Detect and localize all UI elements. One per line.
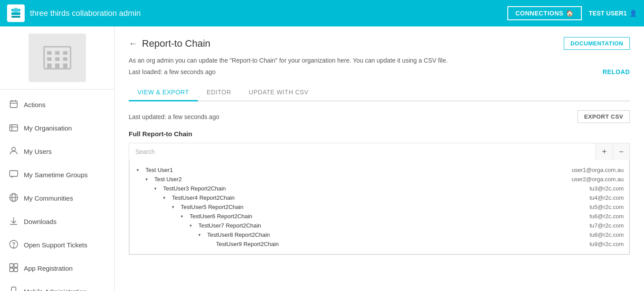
- tree-row[interactable]: ▾ TestUser4 Report2Chain tu4@r2c.com: [130, 193, 629, 202]
- svg-point-21: [12, 147, 15, 151]
- svg-rect-8: [47, 57, 52, 61]
- last-updated-text: Last updated: a few seconds ago: [129, 113, 219, 120]
- documentation-button[interactable]: DOCUMENTATION: [564, 37, 630, 50]
- sidebar-item-open-support-tickets[interactable]: Open Support Tickets: [0, 233, 114, 257]
- svg-marker-3: [11, 7, 21, 13]
- tree-row-left: ▾ Test User1: [135, 167, 173, 173]
- tree-label: TestUser6 Report2Chain: [190, 213, 252, 220]
- chat-icon: [9, 169, 19, 180]
- content-area: ← Report-to Chain DOCUMENTATION As an or…: [115, 26, 644, 291]
- sidebar-item-my-communities[interactable]: My Communities: [0, 187, 114, 210]
- tree-row[interactable]: ▾ TestUser6 Report2Chain tu6@r2c.com: [130, 212, 629, 221]
- expand-button[interactable]: +: [596, 143, 613, 160]
- tree-email: tu8@r2c.com: [590, 231, 624, 238]
- tree-label: TestUser9 Report2Chain: [216, 241, 279, 247]
- page-description: As an org admin you can update the "Repo…: [129, 57, 630, 64]
- calendar-icon: [9, 99, 19, 110]
- tree-row-left: ▾ TestUser7 Report2Chain: [135, 222, 261, 229]
- tree-email: tu5@r2c.com: [590, 204, 624, 210]
- svg-rect-6: [55, 51, 60, 55]
- sidebar-logo-area: [0, 26, 114, 90]
- sidebar-label-my-users: My Users: [24, 148, 52, 155]
- globe-icon: [9, 193, 19, 204]
- tree-row-left: ▾ Test User2: [135, 176, 182, 183]
- tree-chevron: ▾: [137, 168, 142, 172]
- tree-chevron: ▾: [172, 205, 177, 209]
- tree-chevron: ▾: [145, 177, 151, 182]
- sidebar-label-downloads: Downloads: [24, 218, 56, 225]
- search-area: + − ▾ Test User1 user1@orga.com.au: [129, 143, 630, 255]
- sidebar-item-downloads[interactable]: Downloads: [0, 210, 114, 233]
- svg-rect-31: [10, 268, 13, 272]
- tree-label: TestUser4 Report2Chain: [172, 194, 235, 201]
- tab-editor[interactable]: EDITOR: [198, 84, 240, 101]
- app-logo: [7, 4, 25, 22]
- tree-email: tu4@r2c.com: [590, 194, 624, 201]
- sidebar-label-open-support-tickets: Open Support Tickets: [24, 241, 87, 249]
- search-controls: + −: [596, 143, 629, 160]
- tree-row-left: ▾ TestUser3 Report2Chain: [135, 185, 226, 192]
- sidebar-item-my-users[interactable]: My Users: [0, 140, 114, 163]
- last-updated-row: Last updated: a few seconds ago EXPORT C…: [129, 110, 630, 123]
- tree-email: tu9@r2c.com: [590, 241, 624, 247]
- tree-row[interactable]: ▾ Test User2 user2@orga.com.au: [130, 175, 629, 184]
- tree-chevron: ▾: [163, 195, 168, 200]
- svg-rect-2: [11, 16, 20, 18]
- sidebar-label-app-registration: App Registration: [24, 265, 73, 272]
- help-icon: [9, 239, 19, 250]
- sidebar-item-my-organisation[interactable]: My Organisation: [0, 116, 114, 140]
- sidebar: Actions My Organisation: [0, 26, 115, 291]
- sidebar-label-my-sametime-groups: My Sametime Groups: [24, 171, 88, 179]
- sidebar-label-actions: Actions: [24, 101, 45, 108]
- search-input[interactable]: [129, 144, 596, 160]
- tab-update-with-csv[interactable]: UPDATE WITH CSV: [240, 84, 317, 101]
- svg-rect-13: [63, 63, 67, 69]
- export-csv-button[interactable]: EXPORT CSV: [577, 110, 630, 123]
- page-header: ← Report-to Chain DOCUMENTATION: [129, 37, 630, 50]
- page-header-left: ← Report-to Chain: [129, 38, 210, 49]
- sidebar-item-app-registration[interactable]: App Registration: [0, 257, 114, 280]
- sidebar-item-my-sametime-groups[interactable]: My Sametime Groups: [0, 163, 114, 187]
- tree-row[interactable]: ▾ TestUser5 Report2Chain tu5@r2c.com: [130, 202, 629, 212]
- sidebar-item-actions[interactable]: Actions: [0, 93, 114, 116]
- sidebar-item-mobile-administration[interactable]: Mobile Administration: [0, 280, 114, 291]
- tree-row[interactable]: ▾ Test User1 user1@orga.com.au: [130, 165, 629, 175]
- back-button[interactable]: ←: [129, 38, 138, 48]
- tab-view-export[interactable]: VIEW & EXPORT: [129, 84, 198, 101]
- org-logo: [29, 34, 86, 82]
- tree-label: Test User1: [145, 167, 173, 173]
- tree-label: Test User2: [154, 176, 182, 183]
- tree-row[interactable]: ▾ TestUser8 Report2Chain tu8@r2c.com: [130, 230, 629, 239]
- collapse-button[interactable]: −: [613, 143, 629, 160]
- reload-button[interactable]: RELOAD: [603, 68, 630, 75]
- svg-point-28: [13, 246, 14, 247]
- sidebar-label-mobile-administration: Mobile Administration: [24, 288, 87, 291]
- header-left: three thirds collaboration admin: [7, 4, 141, 22]
- tree-row[interactable]: TestUser9 Report2Chain tu9@r2c.com: [130, 239, 629, 249]
- tree-container: ▾ Test User1 user1@orga.com.au ▾ Test Us…: [129, 160, 629, 254]
- svg-rect-32: [14, 268, 18, 272]
- svg-rect-29: [10, 264, 13, 267]
- tree-row[interactable]: ▾ TestUser7 Report2Chain tu7@r2c.com: [130, 221, 629, 230]
- tree-email: tu7@r2c.com: [590, 222, 624, 229]
- full-report-chain-title: Full Report-to Chain: [129, 130, 630, 138]
- org-icon: [9, 123, 19, 134]
- tree-row[interactable]: ▾ TestUser3 Report2Chain tu3@r2c.com: [130, 184, 629, 193]
- tree-row-left: ▾ TestUser6 Report2Chain: [135, 213, 252, 220]
- tree-label: TestUser5 Report2Chain: [181, 204, 243, 210]
- header-right: CONNECTIONS 🏠 TEST USER1 👤: [507, 6, 637, 20]
- main-layout: Actions My Organisation: [0, 26, 644, 291]
- sidebar-nav: Actions My Organisation: [0, 90, 114, 291]
- svg-rect-11: [47, 63, 52, 69]
- tree-chevron: ▾: [181, 214, 186, 219]
- svg-rect-7: [63, 51, 67, 55]
- connections-button[interactable]: CONNECTIONS 🏠: [507, 6, 581, 20]
- last-loaded-text: Last loaded: a few seconds ago: [129, 68, 216, 75]
- tree-row-left: ▾ TestUser8 Report2Chain: [135, 231, 270, 238]
- grid-icon: [9, 263, 19, 274]
- tree-label: TestUser8 Report2Chain: [207, 231, 270, 238]
- user-label: TEST USER1: [589, 10, 627, 17]
- tree-row-left: ▾ TestUser5 Report2Chain: [135, 204, 243, 210]
- tree-email: user1@orga.com.au: [572, 167, 624, 173]
- user-area[interactable]: TEST USER1 👤: [589, 10, 637, 17]
